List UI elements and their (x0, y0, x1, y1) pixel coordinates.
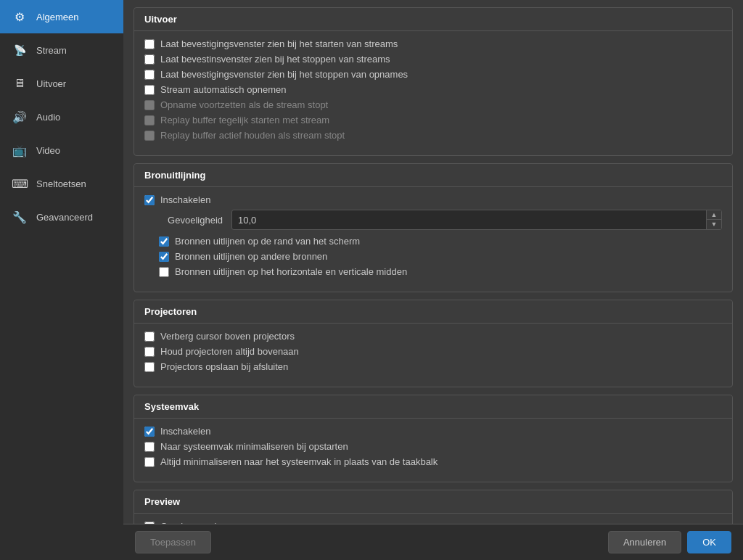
stream-icon: 📡 (12, 42, 28, 58)
label-bu2: Bronnen uitlijnen op andere bronnen (175, 251, 327, 262)
checkbox-cb5[interactable] (144, 100, 155, 110)
checkbox-cb4[interactable] (144, 85, 155, 95)
bottom-bar: Toepassen Annuleren OK (123, 524, 743, 560)
cancel-button[interactable]: Annuleren (608, 531, 681, 553)
section-systeemvak-body: Inschakelen Naar systeemvak minimalisere… (134, 419, 732, 482)
apply-button[interactable]: Toepassen (135, 531, 211, 553)
checkbox-cb3[interactable] (144, 70, 155, 80)
checkbox-row-cb5: Opname voortzetten als de stream stopt (144, 99, 722, 110)
sidebar-item-algemeen[interactable]: ⚙ Algemeen (0, 0, 123, 33)
sidebar-item-audio[interactable]: 🔊 Audio (0, 100, 123, 133)
checkbox-row-cb1: Laat bevestigingsvenster zien bij het st… (144, 38, 722, 49)
label-pr1: Verberg cursor boven projectors (160, 331, 295, 342)
main-content: Uitvoer Laat bevestigingsvenster zien bi… (123, 0, 743, 560)
wrench-icon: 🔧 (12, 209, 28, 225)
label-pr2: Houd projectoren altijd bovenaan (160, 346, 299, 357)
label-cb6: Replay buffer tegelijk starten met strea… (160, 115, 329, 125)
content-area: Uitvoer Laat bevestigingsvenster zien bi… (123, 0, 743, 524)
checkbox-row-cb2: Laat bevestinsvenster zien bij het stopp… (144, 54, 722, 65)
ok-button[interactable]: OK (687, 531, 731, 553)
section-preview-header: Preview (134, 490, 732, 514)
sidebar: ⚙ Algemeen 📡 Stream 🖥 Uitvoer 🔊 Audio 📺 … (0, 0, 123, 560)
checkbox-row-bu2: Bronnen uitlijnen op andere bronnen (159, 251, 722, 262)
sidebar-label-stream: Stream (36, 45, 67, 56)
spinbox-buttons: ▲ ▼ (706, 210, 721, 229)
spinbox-down-button[interactable]: ▼ (707, 220, 721, 229)
section-uitvoer-body: Laat bevestigingsvenster zien bij het st… (134, 31, 732, 155)
keyboard-icon: ⌨ (12, 176, 28, 192)
section-bronuitlijning-body: Inschakelen Gevoeligheid ▲ ▼ (134, 187, 732, 292)
sidebar-item-uitvoer[interactable]: 🖥 Uitvoer (0, 67, 123, 100)
checkbox-row-sv2: Altijd minimaliseren naar het systeemvak… (144, 456, 722, 467)
label-cb7: Replay buffer actief houden als stream s… (160, 130, 345, 141)
checkbox-row-cb6: Replay buffer tegelijk starten met strea… (144, 115, 722, 125)
gevoeligheid-spinbox: ▲ ▼ (231, 210, 722, 230)
checkbox-sv-inschakelen[interactable] (144, 427, 155, 437)
checkbox-row-bu1: Bronnen uitlijnen op de rand van het sch… (159, 236, 722, 247)
sidebar-item-stream[interactable]: 📡 Stream (0, 33, 123, 67)
label-sv2: Altijd minimaliseren naar het systeemvak… (160, 456, 438, 467)
checkbox-cb2[interactable] (144, 54, 155, 65)
section-systeemvak-header: Systeemvak (134, 395, 732, 419)
checkbox-row-sv1: Naar systeemvak minimaliseren bij opstar… (144, 441, 722, 452)
checkbox-cb6[interactable] (144, 115, 155, 125)
sidebar-label-algemeen: Algemeen (36, 12, 79, 22)
bottom-right-buttons: Annuleren OK (608, 531, 731, 553)
checkbox-bu1[interactable] (159, 236, 169, 247)
checkbox-cb7[interactable] (144, 131, 155, 141)
checkbox-pr3[interactable] (144, 362, 155, 372)
spinbox-up-button[interactable]: ▲ (707, 210, 721, 220)
section-preview: Preview Overloop verbergen Overloop alti… (134, 490, 733, 524)
label-bu1: Bronnen uitlijnen op de rand van het sch… (175, 236, 360, 247)
section-uitvoer: Uitvoer Laat bevestigingsvenster zien bi… (134, 7, 733, 156)
section-projectoren-body: Verberg cursor boven projectors Houd pro… (134, 324, 732, 387)
checkbox-bu3[interactable] (159, 267, 169, 277)
video-icon: 📺 (12, 142, 28, 158)
section-projectoren-header: Projectoren (134, 300, 732, 324)
sidebar-item-sneltoetsen[interactable]: ⌨ Sneltoetsen (0, 167, 123, 200)
sidebar-item-video[interactable]: 📺 Video (0, 133, 123, 167)
checkbox-row-pr1: Verberg cursor boven projectors (144, 331, 722, 342)
gear-icon: ⚙ (12, 9, 28, 25)
section-projectoren: Projectoren Verberg cursor boven project… (134, 300, 733, 387)
label-bron-inschakelen: Inschakelen (160, 194, 210, 205)
gevoeligheid-row: Gevoeligheid ▲ ▼ (144, 210, 722, 230)
gevoeligheid-input[interactable] (232, 212, 706, 228)
label-sv-inschakelen: Inschakelen (160, 426, 210, 437)
label-cb1: Laat bevestigingsvenster zien bij het st… (160, 38, 398, 49)
section-bronuitlijning-header: Bronuitlijning (134, 164, 732, 187)
label-pr3: Projectors opslaan bij afsluiten (160, 361, 288, 372)
checkbox-pr2[interactable] (144, 347, 155, 357)
checkbox-row-bu3: Bronnen uitlijnen op het horizontale en … (159, 266, 722, 277)
checkbox-bron-inschakelen[interactable] (144, 195, 155, 205)
checkbox-row-cb3: Laat bevestigingsvenster zien bij het st… (144, 69, 722, 80)
uitvoer-icon: 🖥 (12, 75, 28, 91)
sidebar-label-video: Video (36, 145, 60, 156)
sidebar-label-geavanceerd: Geavanceerd (36, 212, 93, 223)
label-bu3: Bronnen uitlijnen op het horizontale en … (175, 266, 407, 277)
checkbox-row-cb7: Replay buffer actief houden als stream s… (144, 130, 722, 141)
sidebar-item-geavanceerd[interactable]: 🔧 Geavanceerd (0, 200, 123, 234)
checkbox-pr1[interactable] (144, 332, 155, 342)
sidebar-label-audio: Audio (36, 112, 60, 123)
checkbox-bu2[interactable] (159, 252, 169, 262)
checkbox-cb1[interactable] (144, 39, 155, 49)
audio-icon: 🔊 (12, 109, 28, 125)
label-cb3: Laat bevestigingsvenster zien bij het st… (160, 69, 408, 80)
gevoeligheid-label: Gevoeligheid (144, 215, 231, 226)
section-bronuitlijning: Bronuitlijning Inschakelen Gevoeligheid … (134, 163, 733, 292)
checkbox-row-cb4: Stream automatisch opnemen (144, 84, 722, 95)
sidebar-label-uitvoer: Uitvoer (36, 78, 66, 89)
section-uitvoer-header: Uitvoer (134, 8, 732, 31)
section-preview-body: Overloop verbergen Overloop altijd zicht… (134, 514, 732, 524)
checkbox-sv2[interactable] (144, 457, 155, 467)
checkbox-sv1[interactable] (144, 442, 155, 452)
label-cb4: Stream automatisch opnemen (160, 84, 286, 95)
label-sv1: Naar systeemvak minimaliseren bij opstar… (160, 441, 348, 452)
checkbox-row-pr2: Houd projectoren altijd bovenaan (144, 346, 722, 357)
checkbox-row-pr3: Projectors opslaan bij afsluiten (144, 361, 722, 372)
checkbox-row-inschakelen-bron: Inschakelen (144, 194, 722, 205)
label-cb5: Opname voortzetten als de stream stopt (160, 99, 328, 110)
bronuitlijning-checkboxes: Bronnen uitlijnen op de rand van het sch… (159, 236, 722, 277)
gevoeligheid-control: ▲ ▼ (231, 210, 722, 230)
